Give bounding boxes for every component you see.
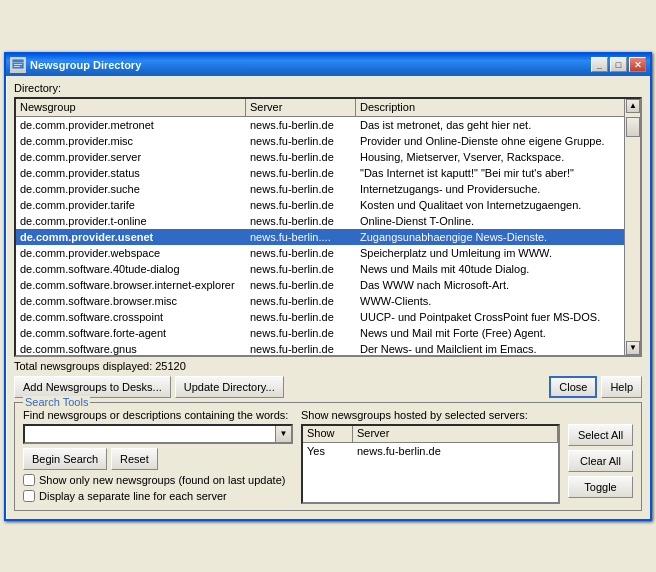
server-row[interactable]: Yes news.fu-berlin.de [303,443,558,459]
cell-newsgroup: de.comm.provider.suche [16,181,246,197]
cell-newsgroup: de.comm.provider.metronet [16,117,246,133]
svg-rect-1 [12,62,24,63]
search-right: Show newsgroups hosted by selected serve… [301,409,633,504]
cell-newsgroup: de.comm.software.browser.internet-explor… [16,277,246,293]
server-table-wrap: Show Server Yes news.fu-berlin.de [301,424,560,504]
cell-server: news.fu-berlin.de [246,245,356,261]
col-description: Description [356,99,640,116]
window-icon [10,57,26,73]
cell-server: news.fu-berlin.de [246,149,356,165]
window-content: Directory: Newsgroup Server Description … [6,76,650,519]
checkbox-new-newsgroups: Show only new newsgroups (found on last … [23,474,293,486]
cell-server: news.fu-berlin.de [246,117,356,133]
title-bar: Newsgroup Directory _ □ ✕ [6,54,650,76]
search-input[interactable] [25,426,275,442]
separate-line-checkbox[interactable] [23,490,35,502]
close-button[interactable]: Close [549,376,597,398]
search-combobox: ▼ [23,424,293,444]
cell-server: news.fu-berlin.de [246,133,356,149]
table-row[interactable]: de.comm.software.40tude-dialognews.fu-be… [16,261,640,277]
checkbox-separate-line: Display a separate line for each server [23,490,293,502]
directory-label: Directory: [14,82,642,94]
new-newsgroups-checkbox[interactable] [23,474,35,486]
cell-newsgroup: de.comm.provider.tarife [16,197,246,213]
cell-description: Speicherplatz und Umleitung im WWW. [356,245,640,261]
cell-newsgroup: de.comm.software.gnus [16,341,246,357]
server-col-server: Server [353,426,558,442]
search-left: Find newsgroups or descriptions containi… [23,409,293,504]
svg-rect-3 [14,66,20,67]
totals-row: Total newsgroups displayed: 25120 [14,360,642,372]
table-row[interactable]: de.comm.provider.miscnews.fu-berlin.dePr… [16,133,640,149]
search-tools-inner: Find newsgroups or descriptions containi… [23,409,633,504]
server-table: Show Server Yes news.fu-berlin.de [301,424,560,504]
cell-server: news.fu-berlin.de [246,181,356,197]
cell-server: news.fu-berlin.de [246,325,356,341]
cell-newsgroup: de.comm.provider.status [16,165,246,181]
main-window: Newsgroup Directory _ □ ✕ Directory: New… [4,52,652,521]
server-col-show: Show [303,426,353,442]
update-directory-button[interactable]: Update Directory... [175,376,284,398]
minimize-button[interactable]: _ [591,57,608,72]
table-row[interactable]: de.comm.provider.t-onlinenews.fu-berlin.… [16,213,640,229]
cell-server: news.fu-berlin.... [246,229,356,245]
scroll-up-button[interactable]: ▲ [626,99,640,113]
cell-newsgroup: de.comm.software.crosspoint [16,309,246,325]
show-label: Show newsgroups hosted by selected serve… [301,409,633,421]
search-tools-label: Search Tools [23,396,90,408]
right-buttons: Select All Clear All Toggle [568,424,633,504]
cell-description: WWW-Clients. [356,293,640,309]
table-row[interactable]: de.comm.software.browser.miscnews.fu-ber… [16,293,640,309]
find-label: Find newsgroups or descriptions containi… [23,409,293,421]
scroll-down-button[interactable]: ▼ [626,341,640,355]
cell-newsgroup: de.comm.provider.t-online [16,213,246,229]
table-row[interactable]: de.comm.software.crosspointnews.fu-berli… [16,309,640,325]
table-row[interactable]: de.comm.provider.tarifenews.fu-berlin.de… [16,197,640,213]
cell-newsgroup: de.comm.provider.webspace [16,245,246,261]
reset-button[interactable]: Reset [111,448,158,470]
table-row[interactable]: de.comm.software.browser.internet-explor… [16,277,640,293]
scroll-thumb[interactable] [626,117,640,137]
table-row[interactable]: de.comm.provider.suchenews.fu-berlin.deI… [16,181,640,197]
table-row[interactable]: de.comm.provider.statusnews.fu-berlin.de… [16,165,640,181]
close-window-button[interactable]: ✕ [629,57,646,72]
server-area: Show Server Yes news.fu-berlin.de Select [301,424,633,504]
cell-server: news.fu-berlin.de [246,309,356,325]
begin-search-button[interactable]: Begin Search [23,448,107,470]
toggle-button[interactable]: Toggle [568,476,633,498]
server-show-cell: Yes [303,443,353,459]
help-button[interactable]: Help [601,376,642,398]
newsgroup-table: Newsgroup Server Description de.comm.pro… [14,97,642,357]
table-row[interactable]: de.comm.provider.webspacenews.fu-berlin.… [16,245,640,261]
table-row[interactable]: de.comm.software.forte-agentnews.fu-berl… [16,325,640,341]
scrollbar[interactable]: ▲ ▼ [624,99,640,355]
table-row[interactable]: de.comm.provider.metronetnews.fu-berlin.… [16,117,640,133]
select-all-button[interactable]: Select All [568,424,633,446]
cell-description: News und Mail mit Forte (Free) Agent. [356,325,640,341]
cell-server: news.fu-berlin.de [246,293,356,309]
svg-rect-2 [14,64,22,65]
col-server: Server [246,99,356,116]
cell-server: news.fu-berlin.de [246,277,356,293]
cell-description: "Das Internet ist kaputt!" "Bei mir tut'… [356,165,640,181]
cell-description: Das WWW nach Microsoft-Art. [356,277,640,293]
cell-description: Housing, Mietserver, Vserver, Rackspace. [356,149,640,165]
cell-newsgroup: de.comm.provider.usenet [16,229,246,245]
cell-description: Zugangsunabhaengige News-Dienste. [356,229,640,245]
cell-server: news.fu-berlin.de [246,261,356,277]
table-row[interactable]: de.comm.provider.servernews.fu-berlin.de… [16,149,640,165]
cell-description: News und Mails mit 40tude Dialog. [356,261,640,277]
window-title: Newsgroup Directory [30,59,591,71]
cell-newsgroup: de.comm.software.browser.misc [16,293,246,309]
cell-server: news.fu-berlin.de [246,213,356,229]
cell-newsgroup: de.comm.software.forte-agent [16,325,246,341]
table-header: Newsgroup Server Description [16,99,640,117]
table-row[interactable]: de.comm.provider.usenetnews.fu-berlin...… [16,229,640,245]
maximize-button[interactable]: □ [610,57,627,72]
clear-all-button[interactable]: Clear All [568,450,633,472]
cell-newsgroup: de.comm.provider.misc [16,133,246,149]
server-name-cell: news.fu-berlin.de [353,443,558,459]
combobox-arrow[interactable]: ▼ [275,426,291,442]
add-newsgroups-button[interactable]: Add Newsgroups to Desks... [14,376,171,398]
table-row[interactable]: de.comm.software.gnusnews.fu-berlin.deDe… [16,341,640,357]
